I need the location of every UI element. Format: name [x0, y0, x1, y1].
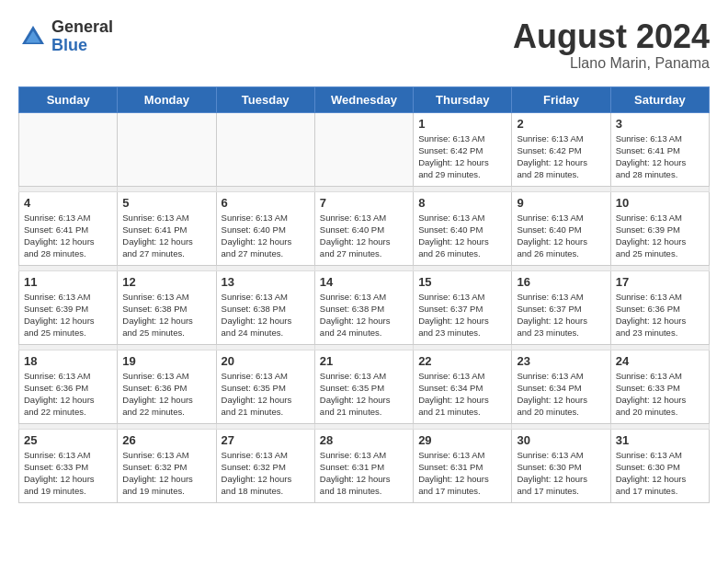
day-info: Sunrise: 6:13 AM Sunset: 6:36 PM Dayligh… [24, 370, 112, 419]
day-info: Sunrise: 6:13 AM Sunset: 6:41 PM Dayligh… [616, 132, 704, 181]
day-number: 26 [122, 433, 210, 447]
calendar-cell: 8Sunrise: 6:13 AM Sunset: 6:40 PM Daylig… [414, 191, 512, 265]
day-number: 29 [418, 433, 506, 447]
day-info: Sunrise: 6:13 AM Sunset: 6:38 PM Dayligh… [222, 291, 310, 339]
day-info: Sunrise: 6:13 AM Sunset: 6:33 PM Dayligh… [24, 449, 112, 498]
calendar-cell [19, 112, 118, 186]
calendar-cell: 13Sunrise: 6:13 AM Sunset: 6:38 PM Dayli… [216, 270, 314, 344]
day-info: Sunrise: 6:13 AM Sunset: 6:38 PM Dayligh… [122, 291, 210, 339]
calendar-cell: 20Sunrise: 6:13 AM Sunset: 6:35 PM Dayli… [216, 350, 314, 423]
day-info: Sunrise: 6:13 AM Sunset: 6:42 PM Dayligh… [418, 132, 506, 181]
day-info: Sunrise: 6:13 AM Sunset: 6:39 PM Dayligh… [616, 212, 704, 260]
day-number: 28 [320, 433, 408, 447]
page-header: General Blue August 2024 Llano Marin, Pa… [18, 18, 710, 72]
calendar-cell: 30Sunrise: 6:13 AM Sunset: 6:30 PM Dayli… [512, 429, 610, 502]
day-number: 22 [418, 354, 506, 368]
calendar-cell [118, 112, 216, 186]
calendar-cell: 6Sunrise: 6:13 AM Sunset: 6:40 PM Daylig… [216, 191, 314, 265]
day-info: Sunrise: 6:13 AM Sunset: 6:38 PM Dayligh… [320, 291, 408, 339]
day-number: 7 [320, 196, 408, 210]
weekday-header-saturday: Saturday [610, 86, 709, 112]
weekday-header-row: SundayMondayTuesdayWednesdayThursdayFrid… [19, 86, 710, 112]
calendar-week-row: 1Sunrise: 6:13 AM Sunset: 6:42 PM Daylig… [19, 112, 710, 186]
calendar-cell: 29Sunrise: 6:13 AM Sunset: 6:31 PM Dayli… [414, 429, 512, 502]
day-number: 15 [418, 275, 506, 289]
calendar-cell: 28Sunrise: 6:13 AM Sunset: 6:31 PM Dayli… [314, 429, 413, 502]
calendar-cell: 18Sunrise: 6:13 AM Sunset: 6:36 PM Dayli… [19, 350, 118, 423]
day-number: 24 [616, 354, 704, 368]
calendar-cell: 5Sunrise: 6:13 AM Sunset: 6:41 PM Daylig… [118, 191, 216, 265]
day-number: 8 [418, 196, 506, 210]
day-number: 21 [320, 354, 408, 368]
calendar-cell: 2Sunrise: 6:13 AM Sunset: 6:42 PM Daylig… [512, 112, 610, 186]
weekday-header-sunday: Sunday [19, 86, 118, 112]
day-number: 27 [222, 433, 310, 447]
day-info: Sunrise: 6:13 AM Sunset: 6:40 PM Dayligh… [222, 212, 310, 260]
day-info: Sunrise: 6:13 AM Sunset: 6:37 PM Dayligh… [418, 291, 506, 339]
weekday-header-friday: Friday [512, 86, 610, 112]
day-number: 9 [517, 196, 605, 210]
calendar-cell: 10Sunrise: 6:13 AM Sunset: 6:39 PM Dayli… [610, 191, 709, 265]
day-info: Sunrise: 6:13 AM Sunset: 6:32 PM Dayligh… [122, 449, 210, 498]
day-number: 3 [616, 117, 704, 131]
day-info: Sunrise: 6:13 AM Sunset: 6:31 PM Dayligh… [320, 449, 408, 498]
day-info: Sunrise: 6:13 AM Sunset: 6:30 PM Dayligh… [616, 449, 704, 498]
logo-text: General Blue [51, 18, 113, 55]
day-number: 1 [418, 117, 506, 131]
day-info: Sunrise: 6:13 AM Sunset: 6:36 PM Dayligh… [616, 291, 704, 339]
day-number: 6 [222, 196, 310, 210]
day-info: Sunrise: 6:13 AM Sunset: 6:39 PM Dayligh… [24, 291, 112, 339]
day-number: 4 [24, 196, 112, 210]
day-info: Sunrise: 6:13 AM Sunset: 6:35 PM Dayligh… [222, 370, 310, 419]
day-number: 20 [222, 354, 310, 368]
calendar-cell: 4Sunrise: 6:13 AM Sunset: 6:41 PM Daylig… [19, 191, 118, 265]
day-info: Sunrise: 6:13 AM Sunset: 6:40 PM Dayligh… [418, 212, 506, 260]
day-info: Sunrise: 6:13 AM Sunset: 6:42 PM Dayligh… [517, 132, 605, 181]
day-number: 16 [517, 275, 605, 289]
day-info: Sunrise: 6:13 AM Sunset: 6:31 PM Dayligh… [418, 449, 506, 498]
day-number: 30 [517, 433, 605, 447]
day-info: Sunrise: 6:13 AM Sunset: 6:34 PM Dayligh… [418, 370, 506, 419]
calendar-cell: 9Sunrise: 6:13 AM Sunset: 6:40 PM Daylig… [512, 191, 610, 265]
logo-general-text: General [51, 18, 113, 37]
day-info: Sunrise: 6:13 AM Sunset: 6:33 PM Dayligh… [616, 370, 704, 419]
calendar-cell [216, 112, 314, 186]
day-number: 25 [24, 433, 112, 447]
day-info: Sunrise: 6:13 AM Sunset: 6:34 PM Dayligh… [517, 370, 605, 419]
weekday-header-monday: Monday [118, 86, 216, 112]
calendar-cell: 25Sunrise: 6:13 AM Sunset: 6:33 PM Dayli… [19, 429, 118, 502]
calendar-cell: 7Sunrise: 6:13 AM Sunset: 6:40 PM Daylig… [314, 191, 413, 265]
day-info: Sunrise: 6:13 AM Sunset: 6:40 PM Dayligh… [517, 212, 605, 260]
day-number: 31 [616, 433, 704, 447]
calendar-week-row: 4Sunrise: 6:13 AM Sunset: 6:41 PM Daylig… [19, 191, 710, 265]
calendar-cell: 12Sunrise: 6:13 AM Sunset: 6:38 PM Dayli… [118, 270, 216, 344]
weekday-header-thursday: Thursday [414, 86, 512, 112]
day-info: Sunrise: 6:13 AM Sunset: 6:32 PM Dayligh… [222, 449, 310, 498]
calendar-cell: 21Sunrise: 6:13 AM Sunset: 6:35 PM Dayli… [314, 350, 413, 423]
calendar-week-row: 25Sunrise: 6:13 AM Sunset: 6:33 PM Dayli… [19, 429, 710, 502]
location-subtitle: Llano Marin, Panama [513, 55, 710, 72]
title-area: August 2024 Llano Marin, Panama [513, 18, 710, 72]
day-info: Sunrise: 6:13 AM Sunset: 6:35 PM Dayligh… [320, 370, 408, 419]
calendar-cell: 17Sunrise: 6:13 AM Sunset: 6:36 PM Dayli… [610, 270, 709, 344]
logo-blue-text: Blue [51, 37, 113, 55]
logo-icon [18, 22, 48, 52]
calendar-cell: 23Sunrise: 6:13 AM Sunset: 6:34 PM Dayli… [512, 350, 610, 423]
month-year-title: August 2024 [513, 18, 710, 55]
calendar-cell: 1Sunrise: 6:13 AM Sunset: 6:42 PM Daylig… [414, 112, 512, 186]
calendar-cell: 15Sunrise: 6:13 AM Sunset: 6:37 PM Dayli… [414, 270, 512, 344]
calendar-table: SundayMondayTuesdayWednesdayThursdayFrid… [18, 86, 710, 503]
calendar-cell: 26Sunrise: 6:13 AM Sunset: 6:32 PM Dayli… [118, 429, 216, 502]
day-info: Sunrise: 6:13 AM Sunset: 6:37 PM Dayligh… [517, 291, 605, 339]
day-number: 2 [517, 117, 605, 131]
calendar-cell: 31Sunrise: 6:13 AM Sunset: 6:30 PM Dayli… [610, 429, 709, 502]
calendar-cell: 19Sunrise: 6:13 AM Sunset: 6:36 PM Dayli… [118, 350, 216, 423]
calendar-cell: 24Sunrise: 6:13 AM Sunset: 6:33 PM Dayli… [610, 350, 709, 423]
calendar-cell: 27Sunrise: 6:13 AM Sunset: 6:32 PM Dayli… [216, 429, 314, 502]
day-number: 11 [24, 275, 112, 289]
calendar-cell: 22Sunrise: 6:13 AM Sunset: 6:34 PM Dayli… [414, 350, 512, 423]
weekday-header-tuesday: Tuesday [216, 86, 314, 112]
weekday-header-wednesday: Wednesday [314, 86, 413, 112]
day-number: 18 [24, 354, 112, 368]
calendar-cell: 16Sunrise: 6:13 AM Sunset: 6:37 PM Dayli… [512, 270, 610, 344]
